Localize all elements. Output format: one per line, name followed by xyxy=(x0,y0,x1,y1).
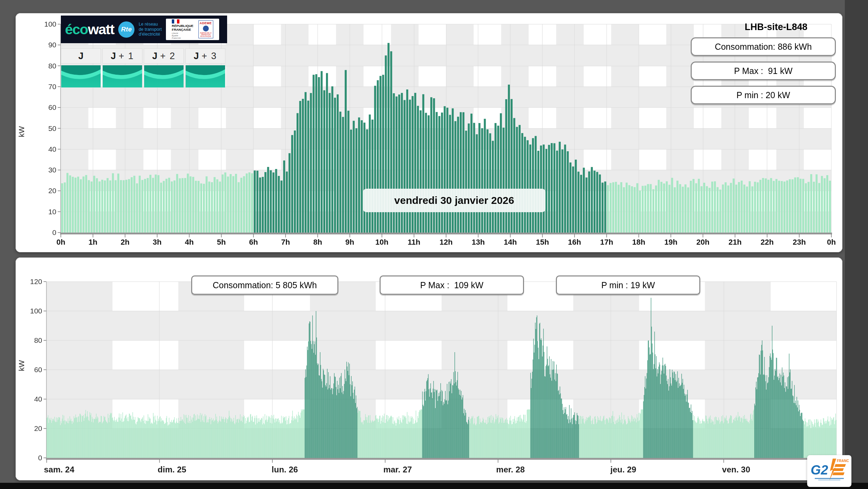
x-axis-tick-label: 21h xyxy=(728,238,741,247)
x-axis-tick-label: 17h xyxy=(600,238,613,247)
day-tab-j-plus-1[interactable]: J+ 1 xyxy=(102,48,142,64)
x-axis-tick-label: 4h xyxy=(185,238,194,247)
day-tab-label: J xyxy=(78,51,83,62)
y-axis-tick-label: 0 xyxy=(18,454,42,462)
day-tab-label: J xyxy=(111,51,116,62)
day-tick-label: jeu. 29 xyxy=(610,465,636,474)
background-bottom-band xyxy=(0,483,868,489)
site-title: LHB-site-L848 xyxy=(703,22,849,32)
day-tick-label: dim. 25 xyxy=(158,465,186,474)
ecowatt-forecast-thumbnail-3[interactable] xyxy=(185,65,225,88)
ecowatt-logo: écowatt xyxy=(65,22,114,37)
y-axis-tick-label: 30 xyxy=(32,166,56,174)
x-axis-tick-label: 5h xyxy=(217,238,226,247)
ademe-label: ADEME xyxy=(200,21,212,25)
ecowatt-forecast-thumbnail-1[interactable] xyxy=(102,65,142,88)
ademe-logo: ADEME AGENCE DE LATRANSITIONÉCOLOGIQUE xyxy=(198,20,213,39)
rte-logo: Rte xyxy=(118,21,134,38)
ecowatt-green-signal xyxy=(144,65,184,87)
government-logos-box: RÉPUBLIQUEFRANÇAISE Liberté Égalité Frat… xyxy=(166,19,219,40)
day-tab-label: J xyxy=(152,51,157,62)
weekly-chart-panel: kW 020406080100120 sam. 24dim. 25lun. 26… xyxy=(16,257,842,480)
day-tab-offset: + 3 xyxy=(202,51,217,62)
y-axis-tick-label: 20 xyxy=(32,187,56,195)
g2e-logo-graphic: G2 FRANCE xyxy=(810,458,849,484)
day-tab-j-plus-3[interactable]: J+ 3 xyxy=(185,48,225,64)
rf-motto3: Fraternité xyxy=(172,37,193,39)
rte-tagline-line2: de transport xyxy=(139,27,162,32)
daily-pmax-stat: P Max : 91 kW xyxy=(691,62,836,80)
weekly-pmax-stat: P Max : 109 kW xyxy=(380,275,524,295)
french-flag-icon xyxy=(172,19,179,23)
x-axis-tick-label: 15h xyxy=(536,238,549,247)
day-tick-label: ven. 30 xyxy=(722,465,750,474)
y-axis-tick-label: 70 xyxy=(32,83,56,91)
y-axis-tick-label: 100 xyxy=(32,20,56,28)
x-axis-tick-label: 10h xyxy=(375,238,389,247)
dashboard-screen: kW 0102030405060708090100 0h1h2h3h4h5h6h… xyxy=(0,0,868,489)
y-axis-tick-label: 80 xyxy=(32,62,56,70)
ecowatt-forecast-thumbnail-2[interactable] xyxy=(144,65,184,88)
y-axis-tick-label: 90 xyxy=(32,41,56,49)
x-axis-tick-label: 11h xyxy=(408,238,420,247)
ecowatt-green-signal xyxy=(61,65,101,87)
y-axis-tick-label: 40 xyxy=(32,145,56,153)
ecowatt-banner: écowatt Rte Le réseau de transport d'éle… xyxy=(61,16,227,43)
ecowatt-logo-watt: watt xyxy=(88,21,114,37)
day-tab-j[interactable]: J xyxy=(61,48,101,64)
x-axis-tick-label: 18h xyxy=(632,238,645,247)
x-axis-tick-label: 7h xyxy=(281,238,290,247)
x-axis-tick-label: 6h xyxy=(249,238,258,247)
rf-line2: FRANÇAISE xyxy=(172,28,191,31)
y-axis-tick-label: 20 xyxy=(18,424,42,433)
daily-pmin-stat: P min : 20 kW xyxy=(691,86,836,104)
svg-text:G2: G2 xyxy=(811,463,828,477)
rf-motto1: Liberté xyxy=(172,32,193,35)
day-tick-label: mer. 28 xyxy=(496,465,525,474)
weekly-consumption-stat: Consommation: 5 805 kWh xyxy=(191,275,338,295)
x-axis-tick-label: 12h xyxy=(440,238,453,247)
ecowatt-green-signal xyxy=(186,65,225,87)
y-axis-tick-label: 10 xyxy=(32,208,56,216)
x-axis-tick-label: 23h xyxy=(793,238,806,247)
ecowatt-green-signal xyxy=(103,65,142,87)
x-axis-tick-label: 22h xyxy=(760,238,774,247)
x-axis-tick-label: 20h xyxy=(697,238,710,247)
x-axis-tick-label: 0h xyxy=(56,238,65,247)
y-axis-tick-label: 120 xyxy=(18,278,42,286)
republique-francaise-logo: RÉPUBLIQUEFRANÇAISE Liberté Égalité Frat… xyxy=(172,19,193,39)
daily-chart-panel: kW 0102030405060708090100 0h1h2h3h4h5h6h… xyxy=(16,13,842,252)
y-axis-tick-label: 40 xyxy=(18,395,42,403)
weekly-pmin-stat: P min : 19 kW xyxy=(556,275,700,295)
x-axis-tick-label: 13h xyxy=(472,238,485,247)
day-tick-label: lun. 26 xyxy=(272,465,298,474)
day-tab-label: J xyxy=(194,51,199,62)
ecowatt-forecast-thumbnail-0[interactable] xyxy=(61,65,101,88)
y-axis-tick-label: 60 xyxy=(18,366,42,374)
rf-motto2: Égalité xyxy=(172,35,193,37)
daily-consumption-stat: Consommation: 886 kWh xyxy=(691,37,836,56)
rte-tagline-line3: d'électricité xyxy=(139,32,162,37)
day-tab-offset: + 1 xyxy=(119,51,134,62)
y-axis-tick-label: 0 xyxy=(32,228,56,237)
y-axis-tick-label: 50 xyxy=(32,124,56,133)
background-right-band xyxy=(845,0,868,489)
y-axis-tick-label: 60 xyxy=(32,103,56,112)
y-axis-unit-label: kW xyxy=(17,126,26,137)
day-tick-label: mar. 27 xyxy=(383,465,412,474)
ademe-globe-icon xyxy=(203,26,209,31)
svg-text:FRANCE: FRANCE xyxy=(837,459,849,463)
x-axis-tick-label: 19h xyxy=(664,238,678,247)
ecowatt-logo-eco: éco xyxy=(65,21,88,37)
selected-date-label: vendredi 30 janvier 2026 xyxy=(363,189,545,212)
x-axis-tick-label: 0h xyxy=(827,238,836,247)
rte-tagline: Le réseau de transport d'électricité xyxy=(139,22,162,37)
day-tab-j-plus-2[interactable]: J+ 2 xyxy=(144,48,184,64)
day-tick-label: sam. 24 xyxy=(44,465,74,474)
g2e-france-logo: G2 FRANCE xyxy=(807,455,851,487)
x-axis-tick-label: 2h xyxy=(121,238,130,247)
x-axis-tick-label: 14h xyxy=(504,238,517,247)
x-axis-tick-label: 8h xyxy=(313,238,322,247)
rte-tagline-line1: Le réseau xyxy=(139,22,162,27)
x-axis-tick-label: 16h xyxy=(568,238,581,247)
